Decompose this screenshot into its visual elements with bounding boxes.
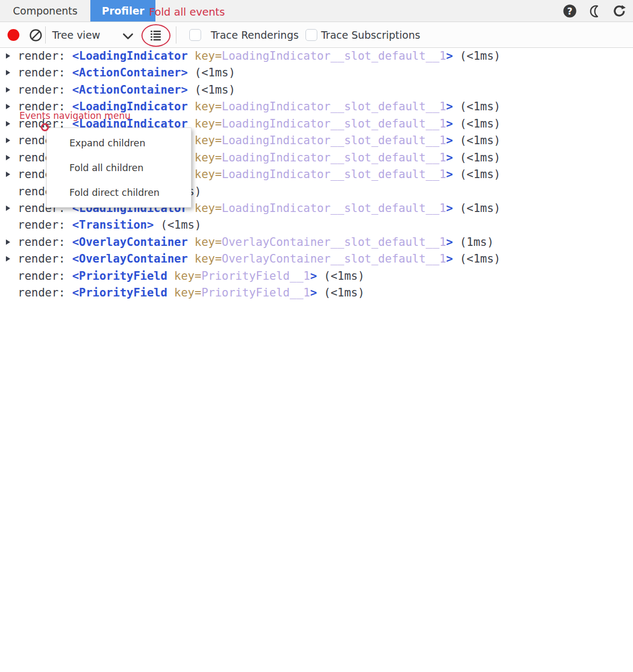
expander-triangle-icon[interactable] xyxy=(6,155,10,160)
event-row[interactable]: render: <LoadingIndicator key=LoadingInd… xyxy=(0,98,633,115)
trace-renderings-label[interactable]: Trace Renderings xyxy=(211,22,298,48)
expander-triangle-icon[interactable] xyxy=(6,172,10,177)
event-row[interactable]: render: <OverlayContainer key=OverlayCon… xyxy=(0,251,633,267)
trace-renderings-checkbox[interactable] xyxy=(189,29,201,41)
tree-view-selector[interactable]: Tree view xyxy=(52,22,100,48)
expander-triangle-icon[interactable] xyxy=(6,206,10,211)
tabbar-icon-group: ? xyxy=(563,0,627,22)
help-icon[interactable]: ? xyxy=(563,4,577,18)
expander-triangle-icon[interactable] xyxy=(6,70,10,75)
devtools-profiler-panel: Components Profiler ? xyxy=(0,0,633,672)
expander-triangle-icon[interactable] xyxy=(6,87,10,93)
event-row[interactable]: render: <PriorityField key=PriorityField… xyxy=(0,285,633,301)
event-row[interactable]: render: <ActionContainer> (<1ms) xyxy=(0,82,633,98)
refresh-icon[interactable] xyxy=(612,4,627,18)
dark-mode-icon[interactable] xyxy=(587,4,602,18)
menu-item-fold-all-children[interactable]: Fold all children xyxy=(47,155,191,180)
profiler-toolbar: Tree view Trace Renderings Trace Subscri… xyxy=(0,22,633,48)
expander-triangle-icon[interactable] xyxy=(6,104,10,109)
event-row[interactable]: render: <ActionContainer> (<1ms) xyxy=(0,65,633,81)
menu-item-expand-children[interactable]: Expand children xyxy=(47,131,191,155)
svg-text:?: ? xyxy=(567,6,573,17)
tab-profiler[interactable]: Profiler xyxy=(90,0,155,22)
trace-subscriptions-checkbox[interactable] xyxy=(305,29,317,41)
chevron-down-icon[interactable] xyxy=(122,32,134,43)
expander-triangle-icon[interactable] xyxy=(6,138,10,143)
expander-triangle-icon[interactable] xyxy=(6,121,10,126)
toolbar-separator xyxy=(176,26,176,44)
expander-triangle-icon[interactable] xyxy=(6,256,10,261)
event-row[interactable]: render: <LoadingIndicator key=LoadingInd… xyxy=(0,48,633,65)
expander-triangle-icon[interactable] xyxy=(6,53,10,59)
tab-components[interactable]: Components xyxy=(0,0,90,22)
toolbar-separator xyxy=(45,26,46,44)
expander-triangle-icon[interactable] xyxy=(6,239,10,245)
event-row[interactable]: render: <PriorityField key=PriorityField… xyxy=(0,268,633,285)
record-button[interactable] xyxy=(8,29,19,41)
menu-item-fold-direct-children[interactable]: Fold direct children xyxy=(47,180,191,205)
clear-events-icon[interactable] xyxy=(29,29,42,44)
top-tab-bar: Components Profiler ? xyxy=(0,0,633,22)
events-navigation-menu-icon[interactable] xyxy=(149,29,162,44)
events-context-menu: Expand children Fold all children Fold d… xyxy=(46,128,191,208)
event-row[interactable]: render: <OverlayContainer key=OverlayCon… xyxy=(0,234,633,251)
event-row[interactable]: render: <Transition> (<1ms) xyxy=(0,217,633,234)
trace-subscriptions-label[interactable]: Trace Subscriptions xyxy=(321,22,420,48)
